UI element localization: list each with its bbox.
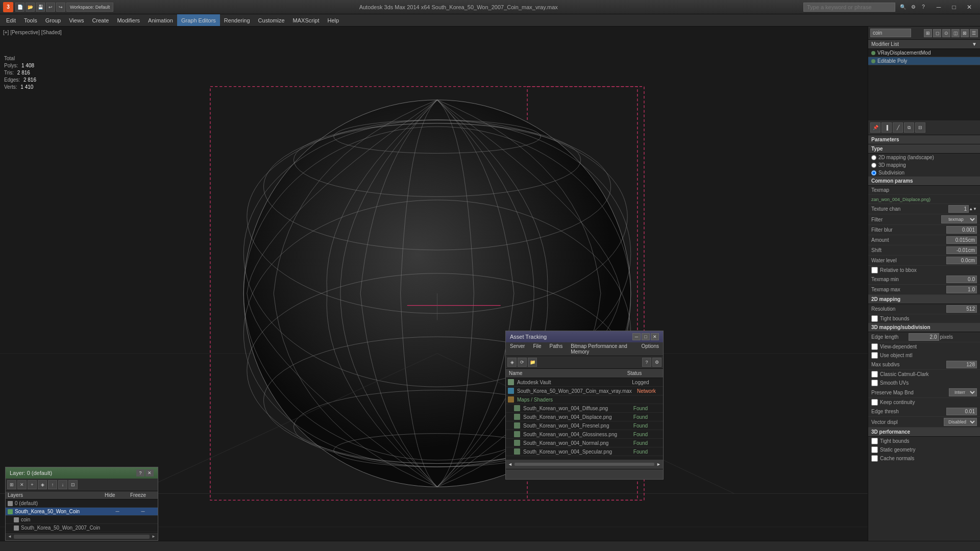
save-icon[interactable]: 💾 bbox=[36, 3, 45, 12]
keyword-search-input[interactable] bbox=[803, 3, 895, 12]
tb-pin-icon[interactable]: 📌 bbox=[870, 122, 880, 133]
menu-item-graph-editors[interactable]: Graph Editors bbox=[177, 14, 220, 26]
asset-row-displace[interactable]: South_Korean_won_004_Displace.png Found bbox=[506, 413, 663, 421]
maximize-button[interactable]: □ bbox=[946, 0, 962, 14]
amount-input[interactable] bbox=[946, 236, 977, 244]
help-icon[interactable]: ? bbox=[919, 3, 928, 12]
workspace-dropdown[interactable]: Workspace: Default bbox=[66, 3, 113, 12]
asset-tb-help[interactable]: ? bbox=[642, 358, 651, 367]
preserve-map-dropdown[interactable]: Interr bbox=[949, 388, 977, 396]
menu-item-edit[interactable]: Edit bbox=[2, 14, 20, 26]
panel-icon-4[interactable]: ◫ bbox=[951, 29, 960, 37]
asset-tb-reload[interactable]: ⟳ bbox=[518, 358, 527, 367]
vector-displ-dropdown[interactable]: Disabled bbox=[944, 418, 977, 426]
texture-chan-input[interactable] bbox=[948, 205, 969, 213]
tb-remove-icon[interactable]: ╱ bbox=[893, 122, 903, 133]
layers-expand-button[interactable]: ⊡ bbox=[68, 480, 78, 489]
keep-continuity-checkbox[interactable] bbox=[871, 399, 878, 406]
layers-scrollbar[interactable]: ◄ ► bbox=[6, 532, 158, 540]
asset-menu-options[interactable]: Options bbox=[638, 342, 663, 356]
asset-row-fresnel[interactable]: South_Korean_won_004_Fresnel.png Found bbox=[506, 421, 663, 430]
3d-performance-header[interactable]: 3D performance bbox=[868, 428, 980, 437]
layers-merge-button[interactable]: ↓ bbox=[58, 480, 67, 489]
asset-row-max[interactable]: South_Korea_50_Won_2007_Coin_max_vray.ma… bbox=[506, 387, 663, 395]
panel-icon-6[interactable]: ☰ bbox=[970, 29, 978, 37]
asset-row-diffuse[interactable]: South_Korean_won_004_Diffuse.png Found bbox=[506, 404, 663, 413]
viewport[interactable]: [+] [Perspective] [Shaded] Total Polys: … bbox=[0, 27, 868, 551]
asset-menu-file[interactable]: File bbox=[529, 342, 545, 356]
asset-row-vault[interactable]: Autodesk Vault Logged bbox=[506, 378, 663, 387]
asset-tb-path[interactable]: 📁 bbox=[528, 358, 537, 367]
menu-item-help[interactable]: Help bbox=[324, 14, 344, 26]
undo-icon[interactable]: ↩ bbox=[46, 3, 55, 12]
asset-scroll-left[interactable]: ◄ bbox=[508, 462, 512, 467]
scroll-left-icon[interactable]: ◄ bbox=[8, 534, 12, 539]
2d-mapping-header[interactable]: 2D mapping bbox=[868, 295, 980, 304]
menu-item-rendering[interactable]: Rendering bbox=[220, 14, 254, 26]
asset-menu-server[interactable]: Server bbox=[506, 342, 529, 356]
layer-row-default[interactable]: 0 (default) bbox=[6, 499, 158, 508]
asset-row-gloss[interactable]: South_Korean_won_004_Glossiness.png Foun… bbox=[506, 430, 663, 439]
panel-icon-3[interactable]: ⊙ bbox=[942, 29, 950, 37]
modifier-list-dropdown[interactable]: ▼ bbox=[972, 41, 977, 47]
asset-scroll-right[interactable]: ► bbox=[656, 462, 661, 467]
layers-help-button[interactable]: ? bbox=[136, 469, 144, 477]
menu-item-modifiers[interactable]: Modifiers bbox=[113, 14, 144, 26]
menu-item-animation[interactable]: Animation bbox=[144, 14, 177, 26]
asset-row-normal[interactable]: South_Korean_won_004_Normal.png Found bbox=[506, 439, 663, 447]
filter-blur-input[interactable] bbox=[946, 226, 977, 234]
panel-icon-1[interactable]: ⊞ bbox=[924, 29, 932, 37]
resolution-input[interactable] bbox=[946, 305, 977, 313]
layer-row-coin2[interactable]: South_Korea_50_Won_2007_Coin bbox=[6, 524, 158, 532]
panel-icon-2[interactable]: ◻ bbox=[933, 29, 941, 37]
asset-tracking-maximize[interactable]: □ bbox=[642, 333, 650, 340]
modifier-search-input[interactable] bbox=[870, 29, 911, 37]
layer-row-coin[interactable]: South_Korea_50_Won_Coin ─ ─ bbox=[6, 508, 158, 516]
shift-input[interactable] bbox=[946, 246, 977, 254]
use-obj-mtl-checkbox[interactable] bbox=[871, 352, 878, 359]
close-button[interactable]: ✕ bbox=[962, 0, 977, 14]
layer-row-coin-sub[interactable]: coin bbox=[6, 516, 158, 524]
scroll-right-icon[interactable]: ► bbox=[152, 534, 156, 539]
type-2d-radio[interactable] bbox=[871, 155, 876, 160]
3d-mapping-header[interactable]: 3D mapping/subdivision bbox=[868, 323, 980, 332]
asset-scrollbar[interactable] bbox=[514, 463, 654, 466]
tight-bounds-checkbox[interactable] bbox=[871, 315, 878, 322]
type-subdiv-radio[interactable] bbox=[871, 170, 876, 176]
new-icon[interactable]: 📄 bbox=[15, 3, 24, 12]
tb-paste-icon[interactable]: ⊟ bbox=[915, 122, 925, 133]
max-subdivs-input[interactable] bbox=[946, 361, 977, 368]
menu-item-customize[interactable]: Customize bbox=[254, 14, 289, 26]
layers-delete-button[interactable]: ✕ bbox=[17, 480, 27, 489]
layers-move-button[interactable]: ↑ bbox=[48, 480, 57, 489]
layers-close-button[interactable]: ✕ bbox=[145, 469, 154, 477]
type-3d-radio[interactable] bbox=[871, 163, 876, 168]
asset-row-maps[interactable]: Maps / Shaders bbox=[506, 395, 663, 404]
static-geometry-checkbox[interactable] bbox=[871, 446, 878, 453]
asset-tb-select[interactable]: ◈ bbox=[507, 358, 517, 367]
layers-select-button[interactable]: ◈ bbox=[38, 480, 47, 489]
asset-menu-bitmap[interactable]: Bitmap Performance and Memory bbox=[567, 342, 637, 356]
menu-item-views[interactable]: Views bbox=[65, 14, 88, 26]
asset-menu-paths[interactable]: Paths bbox=[546, 342, 567, 356]
redo-icon[interactable]: ↪ bbox=[56, 3, 65, 12]
asset-tracking-close[interactable]: ✕ bbox=[651, 333, 659, 340]
texmap-min-input[interactable] bbox=[946, 276, 977, 283]
edge-thresh-input[interactable] bbox=[946, 408, 977, 415]
params-section-parameters[interactable]: Parameters bbox=[868, 135, 980, 144]
type-section-header[interactable]: Type bbox=[868, 144, 980, 154]
filter-dropdown[interactable]: texmap bbox=[941, 215, 977, 223]
menu-item-create[interactable]: Create bbox=[88, 14, 113, 26]
texmap-max-input[interactable] bbox=[946, 286, 977, 293]
cache-normals-checkbox[interactable] bbox=[871, 455, 878, 462]
tb-copy-icon[interactable]: ⧉ bbox=[904, 122, 914, 133]
layers-new-button[interactable]: ⊞ bbox=[7, 480, 16, 489]
tight-bounds-2-checkbox[interactable] bbox=[871, 438, 878, 444]
asset-tb-settings[interactable]: ⚙ bbox=[652, 358, 662, 367]
texture-chan-spinner[interactable]: ▲▼ bbox=[969, 207, 977, 211]
modifier-item-poly[interactable]: Editable Poly bbox=[868, 57, 980, 65]
smooth-uvs-checkbox[interactable] bbox=[871, 380, 878, 386]
menu-item-tools[interactable]: Tools bbox=[20, 14, 41, 26]
relative-bbox-checkbox[interactable] bbox=[871, 267, 878, 273]
minimize-button[interactable]: ─ bbox=[931, 0, 946, 14]
